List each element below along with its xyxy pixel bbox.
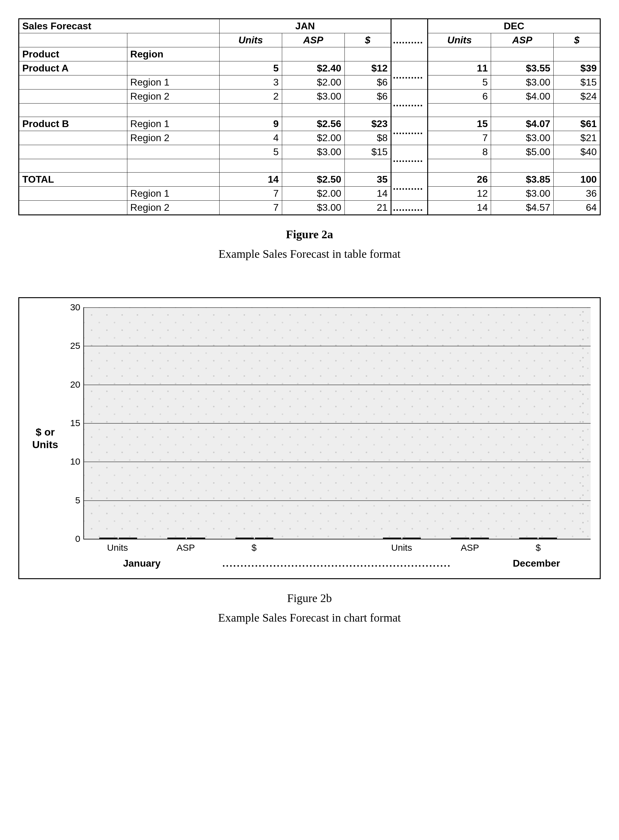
table-row [19,159,600,172]
month-dec-header: DEC [428,19,600,33]
chart-bar [402,538,421,539]
table-row: Region 17$2.001412$3.0036 [19,187,600,201]
figure-2a-subtitle: Example Sales Forecast in table format [18,247,601,261]
table-row: TOTAL14$2.5035..........26$3.85100 [19,172,600,187]
chart-y-tick: 20 [70,379,80,390]
month-jan-header: JAN [219,19,391,33]
table-row: Region 22$3.00$6..........6$4.00$24 [19,90,600,103]
chart-x-tick: Units [368,542,436,553]
chart-gridline [84,539,591,539]
product-cell: Product B [19,117,127,131]
chart-bar [519,538,537,539]
chart-month-january: January [123,558,161,569]
chart-bar-group [84,538,152,539]
figure-2b-title: Figure 2b [18,591,601,605]
table-row: Region 13$2.00$65$3.00$15 [19,75,600,90]
chart-plot-area: 051015202530 [83,307,591,539]
chart-bar [235,538,254,539]
chart-month-row: January ................................… [123,553,560,569]
table-title: Sales Forecast [19,19,220,33]
chart-bar [471,538,489,539]
chart-bar-group [152,538,220,539]
chart-y-tick: 30 [70,302,80,313]
chart-bar [99,538,118,539]
sales-forecast-table: Sales ForecastJAN..........DECUnitsASP$U… [18,18,601,216]
chart-x-tick: ASP [436,542,504,553]
region-header: Region [127,47,219,61]
chart-month-december: December [513,558,560,569]
chart-bar [119,538,137,539]
product-cell: Product A [19,61,127,75]
table-row: 5$3.00$15..........8$5.00$40 [19,145,600,159]
chart-bar [167,538,186,539]
chart-bar-group [504,538,572,539]
figure-2b-subtitle: Example Sales Forecast in chart format [18,611,601,624]
chart-bar [383,538,401,539]
chart-bar-group [436,538,504,539]
chart-bar [187,538,205,539]
table-row: Product BRegion 19$2.56$23..........15$4… [19,117,600,131]
sales-forecast-chart: $ orUnits 051015202530 UnitsASP$UnitsASP… [18,297,601,579]
product-cell: TOTAL [19,172,127,187]
chart-y-tick: 25 [70,341,80,351]
chart-y-tick: 15 [70,418,80,428]
chart-y-tick: 10 [70,456,80,467]
chart-bar-group [220,538,288,539]
chart-x-tick: $ [220,542,288,553]
figure-2a-title: Figure 2a [18,228,601,241]
chart-y-tick: 0 [75,534,80,544]
table-row [19,103,600,117]
chart-y-axis-label: $ orUnits [28,307,62,569]
table-row: Region 24$2.00$87$3.00$21 [19,131,600,145]
chart-bar [255,538,273,539]
chart-x-tick: Units [83,542,152,553]
chart-y-tick: 5 [75,495,80,506]
chart-bar [539,538,557,539]
chart-x-tick: $ [504,542,573,553]
chart-month-dots: ........................................… [161,558,513,569]
chart-x-tick: ASP [152,542,220,553]
product-header: Product [19,47,127,61]
table-row: Region 27$3.0021..........14$4.5764 [19,201,600,215]
chart-bar [451,538,469,539]
chart-x-labels: UnitsASP$UnitsASP$ [83,539,572,553]
chart-bar-group [368,538,436,539]
table-row: Product A5$2.40$12..........11$3.55$39 [19,61,600,75]
